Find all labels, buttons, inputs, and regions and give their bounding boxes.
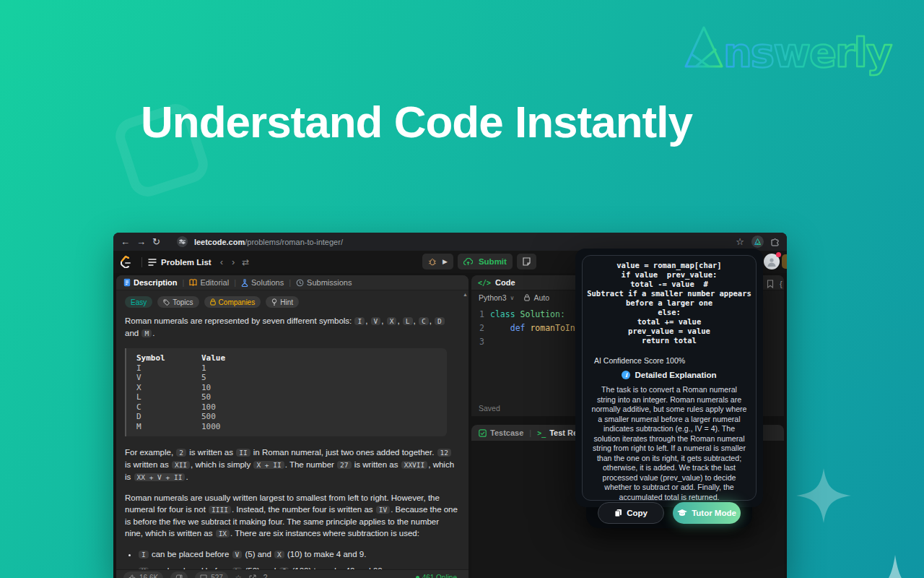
answerly-extension-icon[interactable] [751, 236, 764, 248]
dislike-button[interactable] [170, 571, 188, 578]
back-icon[interactable]: ← [121, 236, 130, 247]
leetcode-logo[interactable] [121, 256, 131, 268]
notes-button[interactable] [517, 254, 536, 269]
url-host: leetcode.com [194, 238, 245, 246]
random-problem-button[interactable]: ⇄ [242, 257, 249, 267]
problem-list-button[interactable]: Problem List [148, 258, 212, 267]
person-icon [767, 256, 777, 267]
hint-badge[interactable]: Hint [266, 296, 299, 308]
divider: | [234, 278, 236, 287]
next-problem-button[interactable]: › [232, 256, 235, 267]
symbol-table-row: D500 [136, 412, 437, 422]
answerly-popup-card: value = roman_map[char]if value prev_val… [582, 255, 757, 501]
notes-icon [523, 257, 531, 266]
answerly-popup: value = roman_map[char]if value prev_val… [575, 249, 763, 507]
terminal-icon: >_ [537, 429, 546, 437]
hamburger-icon [148, 259, 157, 266]
scroll-up-icon[interactable]: ▲ [463, 292, 468, 297]
graduation-cap-icon [677, 509, 687, 517]
info-icon: i [622, 371, 630, 379]
language-selector[interactable]: Python3∨ [479, 293, 514, 302]
problem-paragraph: For example, 2 is written as II in Roman… [125, 447, 458, 483]
reload-icon[interactable]: ↻ [152, 236, 160, 247]
symbol-table-row: V5 [136, 373, 437, 383]
description-footer: 16.6K 527 ☆ ? 461 Online [116, 569, 468, 578]
code-panel-right-icons: { [767, 278, 787, 290]
thumbs-down-icon [175, 574, 183, 578]
lock-icon [524, 294, 530, 301]
prev-problem-button[interactable]: ‹ [220, 256, 223, 267]
badge-row: Easy Topics Companies Hint [125, 296, 458, 308]
problem-intro: Roman numerals are represented by seven … [125, 315, 458, 340]
lock-icon [210, 298, 216, 306]
explanation-text: The task is to convert a Roman numeral s… [587, 385, 751, 502]
page-title: Understand Code Instantly [141, 96, 692, 147]
sparkle-icon [796, 468, 851, 523]
comments-button[interactable]: 527 [195, 571, 228, 578]
bookmark-icon[interactable] [767, 280, 774, 288]
help-icon[interactable]: ? [263, 574, 268, 578]
forward-icon[interactable]: → [136, 236, 146, 247]
divider: | [183, 278, 185, 287]
copy-button[interactable]: Copy [598, 502, 664, 524]
description-scrollbar[interactable]: ▲ ▼ [462, 290, 468, 578]
checkbox-icon [479, 429, 487, 437]
bookmark-star-icon[interactable]: ☆ [736, 236, 744, 247]
favorite-star-icon[interactable]: ☆ [235, 574, 242, 578]
symbol-table-row: I1 [136, 363, 437, 374]
symbol-table-row: C100 [136, 402, 437, 413]
tab-submissions[interactable]: Submissions [296, 278, 352, 287]
chevron-down-icon: ∨ [510, 295, 515, 301]
panel-tabbar: Description | Editorial | Solutions | Su… [116, 275, 468, 290]
tutor-mode-button[interactable]: Tutor Mode [673, 502, 741, 524]
comment-icon [200, 574, 207, 578]
code-icon: </> [478, 279, 491, 287]
extensions-puzzle-icon[interactable] [771, 238, 780, 246]
description-content: Easy Topics Companies Hint Roman numeral… [116, 290, 463, 578]
symbol-table-row: X10 [136, 383, 437, 393]
share-icon[interactable] [249, 574, 256, 578]
popup-actions: Copy Tutor Mode [587, 502, 751, 527]
user-avatar[interactable] [764, 254, 780, 269]
debug-run-group: ▶ [422, 254, 453, 269]
thumbs-up-icon [128, 574, 136, 578]
browser-window: ← → ↻ leetcode.com/problems/roman-to-int… [113, 233, 787, 578]
auto-toggle[interactable]: Auto [524, 293, 549, 302]
divider: | [529, 428, 531, 437]
like-button[interactable]: 16.6K [123, 571, 163, 578]
symbol-value-table: SymbolValue I1V5X10L50C100D500M1000 [125, 348, 447, 436]
description-panel: Description | Editorial | Solutions | Su… [116, 275, 468, 578]
site-info-icon[interactable] [177, 236, 188, 247]
copy-icon [614, 509, 622, 517]
symbol-table-row: L50 [136, 392, 437, 402]
tab-description[interactable]: Description [123, 278, 178, 287]
page: nswerly Understand Code Instantly ← → ↻ … [0, 0, 924, 578]
submit-button[interactable]: Submit [458, 254, 513, 269]
divider: | [289, 278, 291, 287]
difficulty-badge[interactable]: Easy [125, 296, 152, 308]
debug-icon[interactable] [428, 257, 437, 266]
divider [141, 257, 142, 267]
saved-status: Saved [479, 404, 500, 413]
document-icon [123, 278, 131, 287]
lightbulb-icon [271, 298, 277, 306]
topics-badge[interactable]: Topics [157, 296, 199, 308]
sparkle-icon [852, 555, 924, 578]
tab-testcase[interactable]: Testcase [479, 428, 523, 437]
url-path: /problems/roman-to-integer/ [245, 238, 343, 246]
code-panel-title: Code [495, 278, 515, 287]
symbol-table-row: M1000 [136, 422, 437, 432]
tab-editorial[interactable]: Editorial [189, 278, 229, 287]
tab-solutions[interactable]: Solutions [241, 278, 284, 287]
logo-text: nswerly [723, 29, 892, 76]
online-count: 461 Online [416, 574, 457, 578]
cloud-upload-icon [463, 258, 473, 266]
companies-badge[interactable]: Companies [204, 296, 261, 308]
flask-icon [241, 279, 248, 287]
run-icon[interactable]: ▶ [443, 258, 448, 265]
problem-paragraph: Roman numerals are usually written large… [125, 492, 458, 540]
premium-button-partial[interactable] [782, 254, 787, 269]
bracket-icon[interactable]: { [780, 280, 783, 288]
address-bar[interactable]: leetcode.com/problems/roman-to-integer/ [194, 238, 343, 246]
solution-code-block: value = roman_map[char]if value prev_val… [587, 261, 751, 345]
